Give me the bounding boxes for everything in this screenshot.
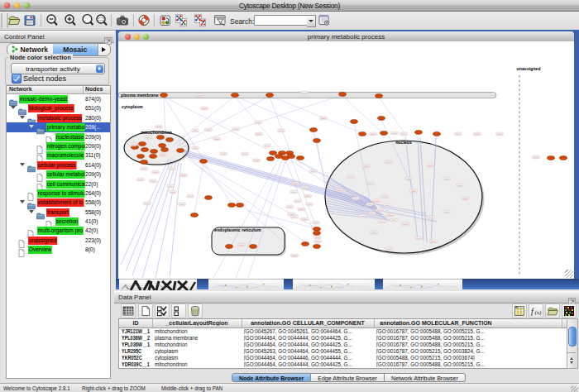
expander-icon[interactable] xyxy=(29,210,34,216)
search-options-icon[interactable] xyxy=(318,13,331,27)
column-header[interactable]: _cellularLayoutRegion xyxy=(152,320,242,326)
graph-node[interactable] xyxy=(150,155,157,159)
import-attributes-icon[interactable] xyxy=(545,304,560,318)
table-row[interactable]: YDR039C__1mitochondrion[GO:0044464, GO:0… xyxy=(119,361,567,368)
tab-network-attribute-browser[interactable]: Network Attribute Browser xyxy=(385,373,466,382)
graph-node[interactable] xyxy=(302,242,309,246)
graph-node[interactable] xyxy=(380,131,388,136)
duplicate-network-icon[interactable] xyxy=(175,13,188,27)
expander-icon[interactable] xyxy=(20,116,25,122)
background-window-fragment[interactable] xyxy=(208,279,284,290)
zoom-selected-icon[interactable] xyxy=(95,13,108,27)
tree-row[interactable]: mosaic-demo-yeast874(0) xyxy=(7,94,110,103)
column-header[interactable]: ID xyxy=(119,320,152,326)
graph-node[interactable] xyxy=(266,93,274,98)
tree-row[interactable]: Overview8(0) xyxy=(7,245,110,254)
graph-node[interactable] xyxy=(275,155,283,159)
tree-column-nodes[interactable]: Nodes xyxy=(85,86,103,92)
search-dropdown-arrow[interactable] xyxy=(307,15,316,27)
scrollbar-thumb[interactable] xyxy=(568,327,577,347)
tabs-overflow-button[interactable] xyxy=(98,44,110,55)
tree-row[interactable]: nucleobase-cont209(0) xyxy=(7,132,110,141)
expander-icon[interactable] xyxy=(20,163,25,169)
tree-row[interactable]: biological_process651(0) xyxy=(7,103,110,112)
graph-node[interactable] xyxy=(415,131,423,135)
annotation-icon[interactable] xyxy=(213,13,227,27)
graph-node[interactable] xyxy=(288,155,295,159)
open-session-icon[interactable] xyxy=(7,13,21,27)
zoom-out-icon[interactable] xyxy=(45,13,59,27)
unselect-all-icon[interactable] xyxy=(171,304,186,318)
graph-node[interactable] xyxy=(159,144,166,148)
graph-node[interactable] xyxy=(359,132,366,136)
table-row[interactable]: YJR121W__1mitochondrion[GO:0045267, GO:0… xyxy=(119,328,567,335)
expander-icon[interactable] xyxy=(29,125,34,131)
function-builder-icon[interactable]: f(x) xyxy=(529,304,543,318)
graph-node[interactable] xyxy=(378,117,385,121)
background-window-fragment[interactable] xyxy=(383,279,462,290)
tree-row[interactable]: macromolecule311(0) xyxy=(7,151,110,160)
graph-node[interactable] xyxy=(205,196,213,200)
graph-node[interactable] xyxy=(166,138,174,142)
delete-attribute-icon[interactable] xyxy=(188,304,203,318)
app-resize-grip[interactable] xyxy=(571,385,577,392)
graph-node[interactable] xyxy=(313,245,321,249)
graph-node[interactable] xyxy=(548,156,555,160)
graph-node[interactable] xyxy=(200,160,208,164)
graph-node[interactable] xyxy=(139,142,146,146)
duplicate-view-icon[interactable] xyxy=(194,13,207,27)
tree-row[interactable]: cellular process614(0) xyxy=(7,160,110,170)
graph-node[interactable] xyxy=(560,156,567,160)
graph-node[interactable] xyxy=(376,94,383,98)
graph-node[interactable] xyxy=(191,213,199,218)
graph-node[interactable] xyxy=(270,151,277,155)
table-row[interactable]: YKR052Ccytoplasm[GO:0044464, GO:0044446,… xyxy=(119,355,567,361)
graph-node[interactable] xyxy=(232,93,239,98)
graph-node[interactable] xyxy=(433,132,441,136)
network-canvas[interactable]: plasma membranecytoplasmmitochondrionnuc… xyxy=(118,41,574,279)
graph-node[interactable] xyxy=(141,160,148,165)
expander-icon[interactable] xyxy=(20,200,25,206)
zoom-in-icon[interactable] xyxy=(64,13,77,27)
graph-node[interactable] xyxy=(339,93,347,97)
tree-row[interactable]: unassigned223(0) xyxy=(7,236,110,245)
tree-row[interactable]: secretion41(0) xyxy=(7,217,110,226)
graph-node[interactable] xyxy=(141,148,149,152)
tree-row[interactable]: transport558(0) xyxy=(7,208,110,217)
graph-node[interactable] xyxy=(160,93,168,98)
node-color-combobox[interactable]: transporter activity xyxy=(11,63,105,74)
graph-node[interactable] xyxy=(310,128,318,132)
tree-row[interactable]: multi-organism pro42(0) xyxy=(7,226,110,235)
select-all-icon[interactable] xyxy=(155,304,170,318)
graph-node[interactable] xyxy=(313,232,321,236)
graph-node[interactable] xyxy=(297,156,304,160)
graph-node[interactable] xyxy=(313,227,321,232)
select-nodes-checkbox[interactable] xyxy=(12,74,22,84)
graph-node[interactable] xyxy=(161,148,169,152)
table-row[interactable]: YLR295Ccytoplasm[GO:0045263, GO:0044464,… xyxy=(119,348,567,355)
background-window-fragment[interactable] xyxy=(293,279,375,290)
graph-node[interactable] xyxy=(313,139,321,143)
tree-row[interactable]: primary metabolic209(... xyxy=(7,122,110,131)
snapshot-icon[interactable] xyxy=(116,13,129,27)
column-header[interactable]: annotation.GO MOLECULAR_FUNCTION xyxy=(374,320,498,326)
float-data-panel-icon[interactable] xyxy=(568,294,576,301)
search-input[interactable] xyxy=(254,15,310,26)
float-panel-icon[interactable] xyxy=(104,33,112,41)
tree-row[interactable]: cell communicati22(0) xyxy=(7,179,110,189)
graph-node[interactable] xyxy=(226,245,233,249)
tree-column-network[interactable]: Network xyxy=(9,86,32,92)
vizmapper-icon[interactable] xyxy=(159,13,172,27)
expander-icon[interactable] xyxy=(11,106,16,112)
graph-node[interactable] xyxy=(228,203,236,208)
graph-node[interactable] xyxy=(250,245,257,249)
select-attributes-icon[interactable] xyxy=(121,304,136,318)
graph-node[interactable] xyxy=(157,136,165,140)
graph-node[interactable] xyxy=(267,157,275,161)
save-session-icon[interactable] xyxy=(23,13,36,27)
table-row[interactable]: YPL036W__1mitochondrion[GO:0044464, GO:0… xyxy=(119,342,567,348)
tree-row[interactable]: metabolic process280(0) xyxy=(7,113,110,122)
background-window-fragment[interactable] xyxy=(119,279,197,290)
column-header[interactable]: annotation.GO CELLULAR_COMPONENT xyxy=(242,320,374,326)
tree-row[interactable]: nitrogen compou209(0) xyxy=(7,141,110,151)
